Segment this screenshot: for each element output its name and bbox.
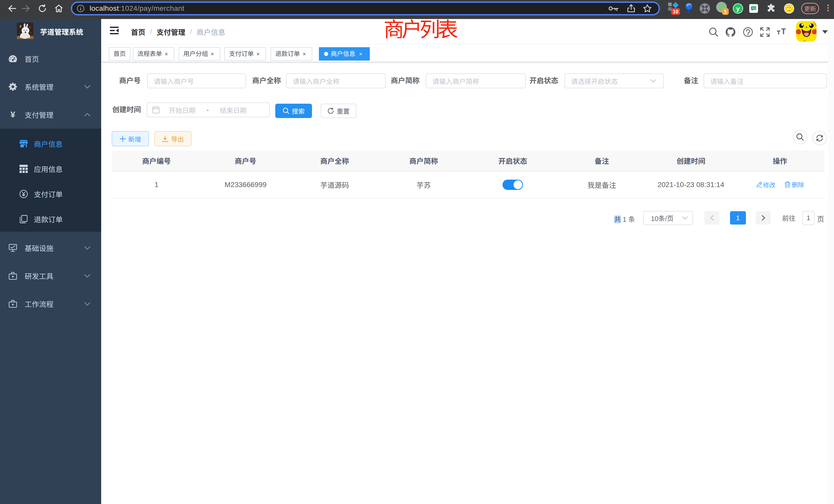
svg-text:y: y	[736, 5, 740, 12]
svg-text:10: 10	[673, 9, 678, 14]
svg-text:1: 1	[724, 9, 727, 15]
